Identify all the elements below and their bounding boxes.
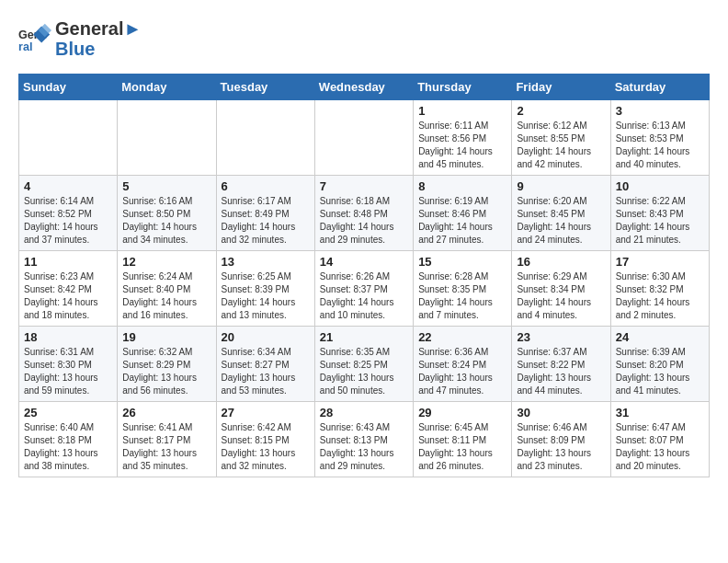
logo: Gene ral General► Blue [18, 18, 142, 59]
logo-blue: Blue [55, 39, 142, 59]
day-number: 6 [222, 179, 310, 193]
day-number: 11 [24, 255, 112, 269]
weekday-header-friday: Friday [512, 75, 610, 100]
day-info: Sunrise: 6:24 AM Sunset: 8:40 PM Dayligh… [122, 270, 210, 322]
day-info: Sunrise: 6:37 AM Sunset: 8:22 PM Dayligh… [517, 346, 605, 397]
calendar-day-11: 11Sunrise: 6:23 AM Sunset: 8:42 PM Dayli… [19, 251, 118, 327]
day-info: Sunrise: 6:22 AM Sunset: 8:43 PM Dayligh… [616, 195, 704, 247]
day-info: Sunrise: 6:20 AM Sunset: 8:45 PM Dayligh… [517, 195, 605, 247]
day-number: 30 [517, 406, 605, 419]
logo-icon: Gene ral [18, 22, 51, 55]
calendar-day-30: 30Sunrise: 6:46 AM Sunset: 8:09 PM Dayli… [512, 402, 610, 477]
weekday-header-saturday: Saturday [610, 75, 709, 100]
day-number: 14 [320, 255, 408, 269]
day-number: 2 [517, 104, 605, 118]
calendar-day-26: 26Sunrise: 6:41 AM Sunset: 8:17 PM Dayli… [118, 402, 216, 477]
calendar-day-15: 15Sunrise: 6:28 AM Sunset: 8:35 PM Dayli… [414, 251, 512, 327]
calendar-day-21: 21Sunrise: 6:35 AM Sunset: 8:25 PM Dayli… [314, 327, 413, 402]
weekday-header-monday: Monday [118, 75, 216, 100]
day-number: 4 [24, 179, 112, 193]
calendar-day-16: 16Sunrise: 6:29 AM Sunset: 8:34 PM Dayli… [512, 251, 610, 327]
svg-text:ral: ral [18, 40, 32, 53]
day-number: 18 [24, 330, 112, 344]
day-info: Sunrise: 6:47 AM Sunset: 8:07 PM Dayligh… [616, 421, 704, 473]
day-info: Sunrise: 6:23 AM Sunset: 8:42 PM Dayligh… [24, 270, 112, 322]
day-number: 24 [616, 330, 704, 344]
calendar-day-19: 19Sunrise: 6:32 AM Sunset: 8:29 PM Dayli… [118, 327, 216, 402]
calendar-day-27: 27Sunrise: 6:42 AM Sunset: 8:15 PM Dayli… [216, 402, 314, 477]
weekday-header-thursday: Thursday [414, 75, 512, 100]
day-number: 21 [320, 330, 408, 344]
calendar-day-2: 2Sunrise: 6:12 AM Sunset: 8:55 PM Daylig… [512, 100, 610, 176]
calendar-day-1: 1Sunrise: 6:11 AM Sunset: 8:56 PM Daylig… [414, 100, 512, 176]
day-info: Sunrise: 6:30 AM Sunset: 8:32 PM Dayligh… [616, 270, 704, 322]
calendar-day-18: 18Sunrise: 6:31 AM Sunset: 8:30 PM Dayli… [19, 327, 118, 402]
day-number: 15 [418, 255, 506, 269]
day-info: Sunrise: 6:17 AM Sunset: 8:49 PM Dayligh… [222, 195, 310, 247]
calendar-day-28: 28Sunrise: 6:43 AM Sunset: 8:13 PM Dayli… [314, 402, 413, 477]
calendar-week-row: 11Sunrise: 6:23 AM Sunset: 8:42 PM Dayli… [19, 251, 710, 327]
calendar-empty-cell [19, 100, 118, 176]
day-number: 26 [122, 406, 210, 419]
calendar-week-row: 4Sunrise: 6:14 AM Sunset: 8:52 PM Daylig… [19, 176, 710, 251]
calendar-day-7: 7Sunrise: 6:18 AM Sunset: 8:48 PM Daylig… [314, 176, 413, 251]
calendar-day-5: 5Sunrise: 6:16 AM Sunset: 8:50 PM Daylig… [118, 176, 216, 251]
day-info: Sunrise: 6:39 AM Sunset: 8:20 PM Dayligh… [616, 346, 704, 397]
day-info: Sunrise: 6:41 AM Sunset: 8:17 PM Dayligh… [122, 421, 210, 473]
day-info: Sunrise: 6:42 AM Sunset: 8:15 PM Dayligh… [222, 421, 310, 473]
calendar-day-4: 4Sunrise: 6:14 AM Sunset: 8:52 PM Daylig… [19, 176, 118, 251]
calendar-week-row: 1Sunrise: 6:11 AM Sunset: 8:56 PM Daylig… [19, 100, 710, 176]
page-header: Gene ral General► Blue [18, 18, 710, 59]
calendar-header-row: SundayMondayTuesdayWednesdayThursdayFrid… [19, 75, 710, 100]
calendar-week-row: 25Sunrise: 6:40 AM Sunset: 8:18 PM Dayli… [19, 402, 710, 477]
calendar-day-12: 12Sunrise: 6:24 AM Sunset: 8:40 PM Dayli… [118, 251, 216, 327]
calendar-day-24: 24Sunrise: 6:39 AM Sunset: 8:20 PM Dayli… [610, 327, 709, 402]
weekday-header-wednesday: Wednesday [314, 75, 413, 100]
day-info: Sunrise: 6:12 AM Sunset: 8:55 PM Dayligh… [517, 120, 605, 171]
calendar-day-10: 10Sunrise: 6:22 AM Sunset: 8:43 PM Dayli… [610, 176, 709, 251]
day-info: Sunrise: 6:43 AM Sunset: 8:13 PM Dayligh… [320, 421, 408, 473]
calendar-day-17: 17Sunrise: 6:30 AM Sunset: 8:32 PM Dayli… [610, 251, 709, 327]
day-number: 16 [517, 255, 605, 269]
day-info: Sunrise: 6:34 AM Sunset: 8:27 PM Dayligh… [222, 346, 310, 397]
day-number: 27 [222, 406, 310, 419]
day-number: 13 [222, 255, 310, 269]
weekday-header-sunday: Sunday [19, 75, 118, 100]
day-number: 19 [122, 330, 210, 344]
day-info: Sunrise: 6:14 AM Sunset: 8:52 PM Dayligh… [24, 195, 112, 247]
day-info: Sunrise: 6:45 AM Sunset: 8:11 PM Dayligh… [418, 421, 506, 473]
day-info: Sunrise: 6:46 AM Sunset: 8:09 PM Dayligh… [517, 421, 605, 473]
day-number: 8 [418, 179, 506, 193]
day-info: Sunrise: 6:16 AM Sunset: 8:50 PM Dayligh… [122, 195, 210, 247]
day-info: Sunrise: 6:35 AM Sunset: 8:25 PM Dayligh… [320, 346, 408, 397]
calendar-day-20: 20Sunrise: 6:34 AM Sunset: 8:27 PM Dayli… [216, 327, 314, 402]
day-info: Sunrise: 6:18 AM Sunset: 8:48 PM Dayligh… [320, 195, 408, 247]
logo-general: General► [55, 18, 142, 39]
calendar-table: SundayMondayTuesdayWednesdayThursdayFrid… [18, 74, 710, 477]
calendar-week-row: 18Sunrise: 6:31 AM Sunset: 8:30 PM Dayli… [19, 327, 710, 402]
calendar-day-29: 29Sunrise: 6:45 AM Sunset: 8:11 PM Dayli… [414, 402, 512, 477]
day-info: Sunrise: 6:19 AM Sunset: 8:46 PM Dayligh… [418, 195, 506, 247]
day-number: 22 [418, 330, 506, 344]
weekday-header-tuesday: Tuesday [216, 75, 314, 100]
day-number: 23 [517, 330, 605, 344]
day-number: 31 [616, 406, 704, 419]
calendar-empty-cell [216, 100, 314, 176]
calendar-day-8: 8Sunrise: 6:19 AM Sunset: 8:46 PM Daylig… [414, 176, 512, 251]
day-number: 3 [616, 104, 704, 118]
day-number: 10 [616, 179, 704, 193]
day-info: Sunrise: 6:32 AM Sunset: 8:29 PM Dayligh… [122, 346, 210, 397]
calendar-day-13: 13Sunrise: 6:25 AM Sunset: 8:39 PM Dayli… [216, 251, 314, 327]
calendar-day-22: 22Sunrise: 6:36 AM Sunset: 8:24 PM Dayli… [414, 327, 512, 402]
day-number: 7 [320, 179, 408, 193]
day-number: 12 [122, 255, 210, 269]
calendar-day-9: 9Sunrise: 6:20 AM Sunset: 8:45 PM Daylig… [512, 176, 610, 251]
day-info: Sunrise: 6:28 AM Sunset: 8:35 PM Dayligh… [418, 270, 506, 322]
calendar-day-31: 31Sunrise: 6:47 AM Sunset: 8:07 PM Dayli… [610, 402, 709, 477]
day-number: 25 [24, 406, 112, 419]
day-info: Sunrise: 6:26 AM Sunset: 8:37 PM Dayligh… [320, 270, 408, 322]
day-number: 5 [122, 179, 210, 193]
day-info: Sunrise: 6:13 AM Sunset: 8:53 PM Dayligh… [616, 120, 704, 171]
calendar-empty-cell [118, 100, 216, 176]
day-info: Sunrise: 6:40 AM Sunset: 8:18 PM Dayligh… [24, 421, 112, 473]
